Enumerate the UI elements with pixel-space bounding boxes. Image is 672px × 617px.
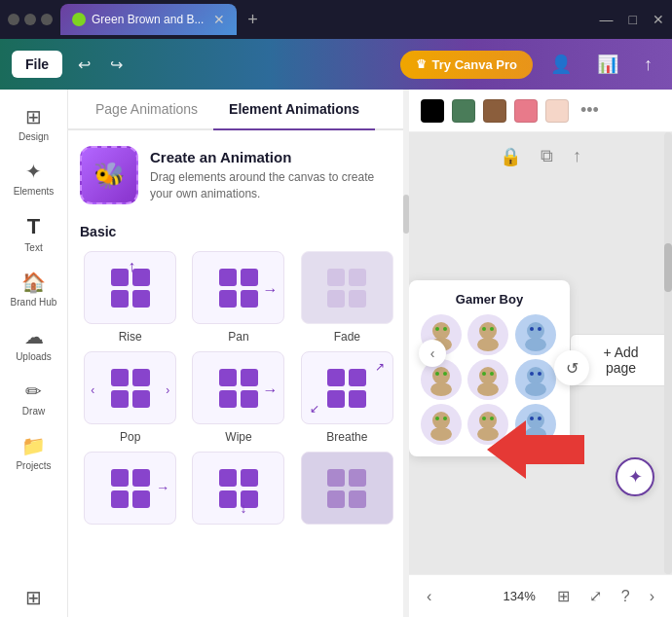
svg-marker-36 — [487, 420, 584, 479]
sq3 — [327, 390, 345, 408]
undo-button[interactable]: ↩ — [72, 52, 96, 78]
bee-icon: 🐝 — [93, 161, 125, 191]
sq3 — [327, 490, 345, 508]
minimize-btn[interactable]: — — [600, 12, 614, 27]
anim8-preview: ↓ — [192, 452, 284, 525]
svg-point-16 — [479, 367, 497, 384]
sidebar-item-uploads[interactable]: ☁ Uploads — [3, 317, 65, 370]
scroll-right-btn[interactable]: › — [644, 584, 660, 609]
tab-close-btn[interactable]: ✕ — [213, 12, 225, 27]
breathe-arrow-bl: ↙ — [310, 402, 319, 416]
rise-arrow: ↑ — [128, 258, 135, 275]
pop-arrow-right: › — [166, 383, 169, 397]
grid-view-button[interactable]: ⊞ — [551, 583, 576, 609]
sidebar-item-apps[interactable]: ⊞ — [3, 578, 65, 617]
breathe-label: Breathe — [326, 430, 367, 444]
color-black[interactable] — [421, 99, 444, 123]
animation-9[interactable] — [297, 452, 397, 530]
svg-point-3 — [443, 327, 447, 331]
wipe-label: Wipe — [225, 430, 251, 444]
analytics-button[interactable]: 📊 — [589, 50, 626, 79]
sidebar-item-text[interactable]: T Text — [3, 206, 65, 261]
sq2 — [241, 369, 258, 386]
scroll-left-btn[interactable]: ‹ — [421, 584, 437, 609]
banner-icon: 🐝 — [80, 146, 138, 204]
wipe-squares — [219, 369, 258, 408]
tab-element-animations[interactable]: Element Animations — [213, 90, 375, 130]
close-btn[interactable]: ✕ — [653, 12, 664, 27]
sidebar-item-design[interactable]: ⊞ Design — [3, 97, 65, 150]
rise-preview: ↑ — [84, 251, 176, 324]
canvas-top-icons: 🔒 ⧉ ↑ — [500, 146, 581, 167]
anim8-squares — [219, 469, 258, 508]
sq2 — [132, 469, 150, 487]
maximize-btn[interactable]: □ — [629, 12, 637, 27]
more-colors-button[interactable]: ••• — [580, 100, 599, 121]
duplicate-icon[interactable]: ⧉ — [541, 146, 553, 167]
sq3 — [219, 290, 237, 308]
sidebar-brand-label: Brand Hub — [11, 297, 57, 308]
anim8-arrow: ↓ — [240, 500, 246, 516]
color-peach[interactable] — [545, 99, 569, 123]
sticker-card-title: Gamer Boy — [421, 292, 558, 307]
sticker-5 — [467, 359, 508, 400]
wipe-preview: → — [192, 351, 284, 424]
sq4 — [132, 390, 150, 408]
svg-point-9 — [525, 338, 546, 351]
svg-point-7 — [490, 327, 494, 331]
svg-point-4 — [479, 322, 497, 340]
anim7-squares — [111, 469, 150, 508]
svg-point-24 — [432, 412, 450, 429]
sq1 — [111, 269, 129, 286]
position-icon[interactable]: ↑ — [573, 146, 581, 167]
brand-hub-icon: 🏠 — [21, 271, 46, 294]
animation-pop[interactable]: ‹ › Pop — [80, 351, 180, 444]
toolbar-nav: ↩ ↪ — [72, 52, 129, 78]
svg-point-30 — [482, 417, 486, 420]
help-button[interactable]: ? — [616, 584, 636, 609]
color-brown[interactable] — [483, 99, 506, 123]
pan-preview: → — [192, 251, 284, 324]
file-button[interactable]: File — [12, 51, 62, 78]
svg-point-2 — [435, 327, 439, 331]
active-tab[interactable]: Green Brown and B... ✕ — [60, 4, 237, 35]
redo-button[interactable]: ↪ — [104, 52, 129, 78]
animation-rise[interactable]: ↑ Rise — [80, 251, 180, 344]
animation-8[interactable]: ↓ — [188, 452, 288, 530]
color-pink[interactable] — [514, 99, 538, 123]
canvas-scrollbar-thumb[interactable] — [664, 243, 672, 292]
magic-wand-button[interactable]: ✦ — [616, 457, 654, 496]
fullscreen-button[interactable]: ⤢ — [583, 583, 608, 609]
zoom-level: 134% — [496, 589, 543, 603]
sq2 — [349, 269, 366, 286]
main-layout: ⊞ Design ✦ Elements T Text 🏠 Brand Hub ☁… — [0, 90, 672, 617]
share-button[interactable]: ↑ — [636, 51, 660, 79]
lock-icon[interactable]: 🔒 — [500, 146, 521, 167]
panel-content: 🐝 Create an Animation Drag elements arou… — [68, 130, 409, 617]
sidebar-item-projects[interactable]: 📁 Projects — [3, 426, 65, 479]
add-user-button[interactable]: 👤 — [542, 50, 579, 79]
sidebar-item-brand-hub[interactable]: 🏠 Brand Hub — [3, 263, 65, 315]
canvas-nav-left[interactable]: ‹ — [419, 340, 446, 367]
color-green[interactable] — [452, 99, 475, 123]
animation-breathe[interactable]: ↗ ↙ Breathe — [297, 351, 397, 444]
dot-2 — [24, 14, 36, 25]
animation-wipe[interactable]: → Wipe — [188, 351, 288, 444]
try-canva-pro-button[interactable]: ♛ Try Canva Pro — [400, 51, 533, 79]
animation-fade[interactable]: Fade — [297, 251, 397, 344]
animation-7[interactable]: → — [80, 452, 180, 530]
sidebar-item-elements[interactable]: ✦ Elements — [3, 152, 65, 204]
pop-label: Pop — [120, 430, 140, 444]
svg-point-11 — [538, 327, 541, 331]
animation-pan[interactable]: → Pan — [188, 251, 288, 344]
refresh-button[interactable]: ↺ — [554, 350, 589, 385]
new-tab-button[interactable]: + — [241, 8, 264, 31]
breathe-arrow-tr: ↗ — [375, 360, 385, 374]
draw-icon: ✏ — [25, 380, 42, 403]
sidebar-item-draw[interactable]: ✏ Draw — [3, 372, 65, 424]
banner-text: Create an Animation Drag elements around… — [150, 149, 397, 202]
titlebar: Green Brown and B... ✕ + — □ ✕ — [0, 0, 672, 39]
svg-point-10 — [530, 327, 534, 331]
tab-page-animations[interactable]: Page Animations — [80, 90, 213, 130]
anim9-preview — [301, 452, 393, 525]
